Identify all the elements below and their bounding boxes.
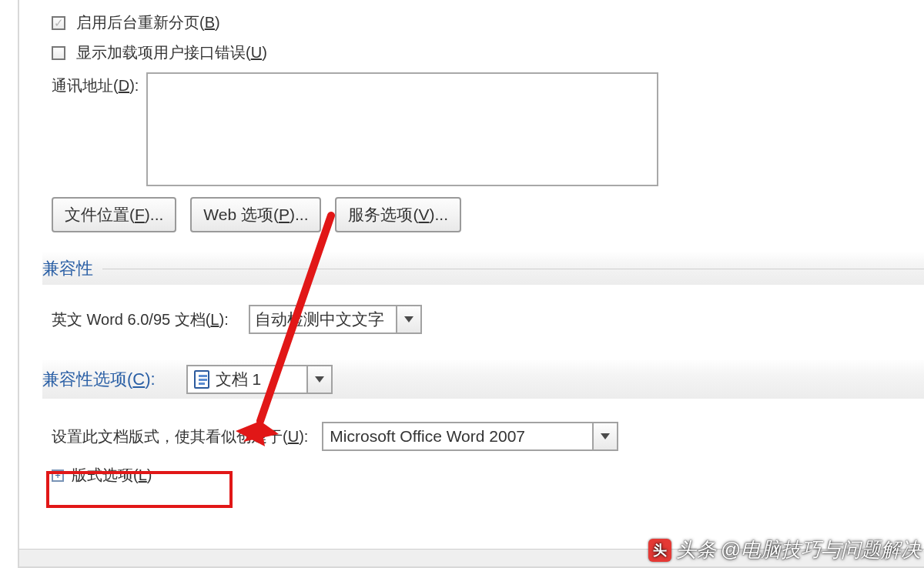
label-mailing-address: 通讯地址(D): bbox=[52, 72, 139, 96]
accel-key: U bbox=[288, 428, 299, 445]
set-format-dropdown[interactable]: Microsoft Office Word 2007 bbox=[322, 422, 618, 451]
row-word6095: 英文 Word 6.0/95 文档(L): 自动检测中文文字 bbox=[52, 305, 924, 334]
text: ): bbox=[299, 428, 308, 445]
row-set-format: 设置此文档版式，使其看似创建于(U): Microsoft Office Wor… bbox=[52, 422, 924, 451]
section-compat-options: 兼容性选项(C): 文档 1 bbox=[42, 360, 924, 399]
row-enable-bg-repagination: ✓ 启用后台重新分页(B) bbox=[52, 12, 924, 33]
accel-key: L bbox=[210, 311, 219, 328]
section-compatibility: 兼容性 bbox=[42, 252, 924, 285]
text: )... bbox=[145, 205, 164, 224]
row-mailing-address: 通讯地址(D): bbox=[52, 72, 924, 186]
text: ) bbox=[215, 14, 220, 31]
dropdown-text: 自动检测中文文字 bbox=[250, 309, 396, 330]
accel-key: C bbox=[132, 369, 145, 389]
accel-key: P bbox=[279, 205, 290, 224]
section-title: 兼容性 bbox=[42, 257, 93, 280]
section-title: 兼容性选项(C): bbox=[42, 368, 156, 391]
text: 英文 Word 6.0/95 文档( bbox=[52, 311, 210, 328]
checkbox-enable-bg-repagination[interactable]: ✓ bbox=[52, 16, 65, 30]
watermark-text: @电脑技巧与问题解决 bbox=[721, 536, 921, 563]
web-options-button[interactable]: Web 选项(P)... bbox=[190, 197, 321, 232]
file-locations-button[interactable]: 文件位置(F)... bbox=[52, 197, 176, 232]
label-enable-bg-repagination: 启用后台重新分页(B) bbox=[76, 12, 220, 33]
watermark-prefix: 头条 bbox=[676, 536, 716, 563]
service-options-button[interactable]: 服务选项(V)... bbox=[335, 197, 461, 232]
text: 设置此文档版式，使其看似创建于( bbox=[52, 428, 288, 445]
word6095-dropdown[interactable]: 自动检测中文文字 bbox=[249, 305, 422, 334]
dropdown-text: Microsoft Office Word 2007 bbox=[323, 427, 592, 446]
text: 文档 1 bbox=[216, 369, 262, 390]
text: )... bbox=[430, 205, 449, 224]
watermark: 头 头条 @电脑技巧与问题解决 bbox=[648, 536, 921, 563]
accel-key: B bbox=[205, 14, 215, 31]
compat-doc-dropdown[interactable]: 文档 1 bbox=[186, 365, 333, 394]
text: ): bbox=[219, 311, 228, 328]
label-set-format: 设置此文档版式，使其看似创建于(U): bbox=[52, 426, 308, 447]
accel-key: F bbox=[135, 205, 145, 224]
text: ) bbox=[262, 44, 267, 61]
text: ): bbox=[145, 369, 155, 389]
text: 启用后台重新分页( bbox=[76, 14, 205, 31]
mailing-address-input[interactable] bbox=[146, 72, 658, 186]
text: )... bbox=[290, 205, 309, 224]
row-show-addin-errors: 显示加载项用户接口错误(U) bbox=[52, 42, 924, 63]
chevron-down-icon bbox=[592, 423, 617, 449]
accel-key: U bbox=[251, 44, 262, 61]
text: 显示加载项用户接口错误( bbox=[76, 44, 251, 61]
label-word6095: 英文 Word 6.0/95 文档(L): bbox=[52, 309, 229, 330]
text: 通讯地址( bbox=[52, 77, 119, 94]
annotation-highlight-box bbox=[46, 471, 233, 508]
text: Web 选项( bbox=[203, 204, 279, 226]
dropdown-text: 文档 1 bbox=[188, 369, 306, 390]
label-show-addin-errors: 显示加载项用户接口错误(U) bbox=[76, 42, 267, 63]
chevron-down-icon bbox=[396, 306, 420, 332]
text: ): bbox=[129, 77, 139, 94]
text: 文件位置( bbox=[65, 204, 135, 226]
accel-key: D bbox=[119, 77, 129, 94]
text: 兼容性选项( bbox=[42, 369, 132, 389]
accel-key: V bbox=[418, 205, 429, 224]
checkbox-show-addin-errors[interactable] bbox=[52, 46, 65, 60]
document-icon bbox=[194, 370, 209, 389]
button-bar: 文件位置(F)... Web 选项(P)... 服务选项(V)... bbox=[52, 197, 924, 232]
chevron-down-icon bbox=[306, 366, 331, 393]
watermark-logo-icon: 头 bbox=[648, 539, 671, 562]
text: 服务选项( bbox=[348, 204, 418, 226]
